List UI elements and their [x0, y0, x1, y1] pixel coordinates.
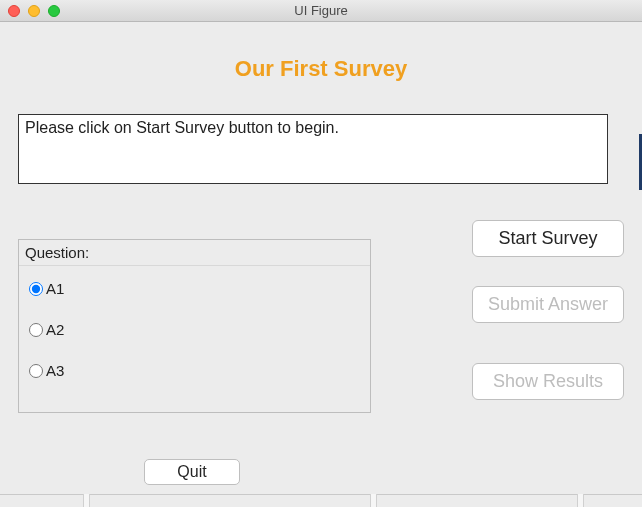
- window-titlebar: UI Figure: [0, 0, 642, 22]
- quit-label: Quit: [177, 463, 206, 481]
- quit-button[interactable]: Quit: [144, 459, 240, 485]
- instruction-text: Please click on Start Survey button to b…: [18, 114, 608, 184]
- show-results-label: Show Results: [493, 371, 603, 392]
- window-controls: [0, 5, 60, 17]
- question-group: Question: A1 A2 A3: [18, 239, 371, 413]
- start-survey-label: Start Survey: [498, 228, 597, 249]
- close-icon[interactable]: [8, 5, 20, 17]
- radio-label-a1: A1: [46, 280, 64, 297]
- window-title: UI Figure: [0, 3, 642, 18]
- radio-list: A1 A2 A3: [19, 266, 370, 393]
- zoom-icon[interactable]: [48, 5, 60, 17]
- radio-option-a1[interactable]: A1: [29, 280, 360, 297]
- radio-input-a1[interactable]: [29, 282, 43, 296]
- submit-answer-button[interactable]: Submit Answer: [472, 286, 624, 323]
- start-survey-button[interactable]: Start Survey: [472, 220, 624, 257]
- radio-option-a2[interactable]: A2: [29, 321, 360, 338]
- radio-label-a3: A3: [46, 362, 64, 379]
- window-content: Our First Survey Please click on Start S…: [0, 22, 642, 507]
- radio-label-a2: A2: [46, 321, 64, 338]
- question-label: Question:: [19, 240, 370, 266]
- page-title: Our First Survey: [0, 22, 642, 102]
- minimize-icon[interactable]: [28, 5, 40, 17]
- radio-option-a3[interactable]: A3: [29, 362, 360, 379]
- submit-answer-label: Submit Answer: [488, 294, 608, 315]
- radio-input-a3[interactable]: [29, 364, 43, 378]
- radio-input-a2[interactable]: [29, 323, 43, 337]
- bottom-edge: [0, 494, 642, 507]
- show-results-button[interactable]: Show Results: [472, 363, 624, 400]
